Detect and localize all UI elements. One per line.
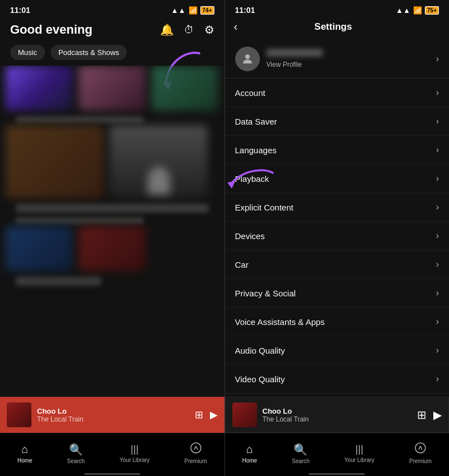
svg-point-4: [415, 443, 425, 453]
settings-label-devices: Devices: [235, 231, 265, 241]
greeting-text: Good evening: [10, 22, 93, 37]
home-header: Good evening 🔔 ⏱ ⚙: [0, 17, 224, 42]
wifi-icon-right: 📶: [413, 6, 422, 15]
nav-home-left[interactable]: ⌂ Home: [17, 443, 33, 464]
status-bar-left: 11:01 ▲▲ 📶 74+: [0, 0, 224, 17]
home-bar-left: [84, 473, 140, 475]
bottom-nav-left: ⌂ Home 🔍 Search ||| Your Library Premium: [0, 433, 224, 473]
tab-bar: Music Podcasts & Shows: [0, 42, 224, 66]
chevron-privacy: ›: [436, 288, 439, 298]
home-icon-right: ⌂: [246, 443, 253, 456]
album-card-7[interactable]: [79, 226, 146, 271]
library-icon-right: |||: [355, 443, 363, 455]
search-icon-left: 🔍: [69, 443, 83, 456]
premium-icon-left: [190, 442, 201, 456]
cast-icon-right[interactable]: ⊞: [417, 408, 427, 422]
now-playing-bar-left[interactable]: Choo Lo The Local Train ⊞ ▶: [0, 397, 224, 433]
settings-label-explicit: Explicit Content: [235, 203, 294, 212]
nav-search-right[interactable]: 🔍 Search: [292, 443, 310, 464]
chevron-explicit: ›: [436, 202, 439, 212]
home-indicator-left: [0, 473, 224, 476]
nav-home-right[interactable]: ⌂ Home: [242, 443, 257, 464]
settings-label-audio: Audio Quality: [235, 346, 285, 355]
album-card-2[interactable]: [79, 66, 146, 111]
library-label-right: Your Library: [345, 457, 375, 463]
bottom-nav-right: ⌂ Home 🔍 Search ||| Your Library Premium: [225, 433, 450, 473]
search-label-left: Search: [67, 458, 85, 464]
home-label-right: Home: [242, 457, 257, 464]
premium-label-left: Premium: [185, 458, 207, 464]
home-icon-left: ⌂: [21, 443, 28, 456]
now-playing-title-left: Choo Lo: [37, 407, 189, 415]
now-playing-bar-right[interactable]: Choo Lo The Local Train ⊞ ▶: [225, 397, 450, 433]
bell-icon[interactable]: 🔔: [160, 23, 174, 36]
settings-header: ‹ Settings: [225, 17, 450, 40]
album-card-1[interactable]: [6, 66, 73, 111]
settings-label-languages: Languages: [235, 145, 277, 155]
album-card-6[interactable]: [6, 226, 73, 271]
play-icon-right[interactable]: ▶: [433, 408, 442, 422]
album-card-3[interactable]: [152, 66, 219, 111]
settings-item-audio[interactable]: Audio Quality ›: [225, 336, 450, 365]
home-indicator-right: [225, 473, 450, 476]
history-icon[interactable]: ⏱: [184, 24, 194, 36]
settings-item-languages[interactable]: Languages ›: [225, 136, 450, 164]
chevron-datasaver: ›: [436, 116, 439, 126]
now-playing-title-right: Choo Lo: [263, 407, 412, 415]
profile-row[interactable]: View Profile ›: [225, 40, 450, 79]
settings-item-storage[interactable]: Storage ›: [225, 393, 450, 397]
nav-premium-left[interactable]: Premium: [185, 442, 207, 464]
album-card-4[interactable]: [6, 125, 104, 198]
now-playing-thumb-right: [232, 402, 257, 427]
settings-item-car[interactable]: Car ›: [225, 250, 450, 279]
now-playing-thumb-left: [7, 402, 31, 427]
settings-item-explicit[interactable]: Explicit Content ›: [225, 193, 450, 222]
status-bar-right: 11:01 ▲▲ 📶 75+: [225, 0, 450, 17]
play-icon-left[interactable]: ▶: [210, 409, 218, 421]
settings-item-voice[interactable]: Voice Assistants & Apps ›: [225, 308, 450, 336]
status-icons-left: ▲▲ 📶 74+: [171, 6, 214, 15]
cast-icon[interactable]: ⊞: [195, 409, 203, 421]
settings-label-datasaver: Data Saver: [235, 117, 277, 126]
grid-row-1: [6, 66, 219, 111]
status-icons-right: ▲▲ 📶 75+: [396, 6, 439, 15]
nav-library-right[interactable]: ||| Your Library: [345, 443, 375, 463]
nav-search-left[interactable]: 🔍 Search: [67, 443, 85, 464]
settings-title: Settings: [244, 21, 422, 33]
profile-info: View Profile: [267, 49, 436, 69]
settings-label-voice: Voice Assistants & Apps: [235, 317, 325, 327]
library-icon-left: |||: [131, 443, 139, 455]
back-button[interactable]: ‹: [234, 20, 238, 33]
battery-icon-left: 74+: [200, 6, 214, 15]
svg-point-1: [191, 443, 201, 453]
settings-item-datasaver[interactable]: Data Saver ›: [225, 107, 450, 136]
settings-item-devices[interactable]: Devices ›: [225, 222, 450, 250]
home-label-left: Home: [17, 457, 33, 464]
svg-marker-3: [227, 181, 235, 189]
now-playing-artist-right: The Local Train: [263, 415, 412, 423]
time-left: 11:01: [10, 6, 30, 15]
settings-item-privacy[interactable]: Privacy & Social ›: [225, 279, 450, 308]
nav-premium-right[interactable]: Premium: [409, 442, 432, 464]
nav-library-left[interactable]: ||| Your Library: [120, 443, 150, 463]
search-label-right: Search: [292, 458, 310, 464]
tab-podcasts[interactable]: Podcasts & Shows: [51, 45, 127, 60]
blurred-label-1: [16, 116, 144, 123]
settings-item-playback[interactable]: Playback ›: [225, 164, 450, 193]
tab-music[interactable]: Music: [10, 45, 45, 60]
profile-chevron: ›: [436, 54, 439, 64]
signal-icon: ▲▲: [171, 6, 186, 15]
album-card-5[interactable]: [109, 125, 208, 198]
settings-list: Account › Data Saver › Languages › Playb…: [225, 79, 450, 397]
settings-item-account[interactable]: Account ›: [225, 79, 450, 107]
chevron-languages: ›: [436, 145, 439, 155]
chevron-playback: ›: [436, 173, 439, 184]
settings-icon[interactable]: ⚙: [204, 23, 214, 36]
premium-label-right: Premium: [409, 458, 432, 464]
settings-label-video: Video Quality: [235, 374, 285, 384]
chevron-video: ›: [436, 374, 439, 384]
settings-label-car: Car: [235, 260, 249, 269]
now-playing-artist-left: The Local Train: [37, 415, 189, 423]
chevron-account: ›: [436, 88, 439, 98]
settings-item-video[interactable]: Video Quality ›: [225, 365, 450, 393]
